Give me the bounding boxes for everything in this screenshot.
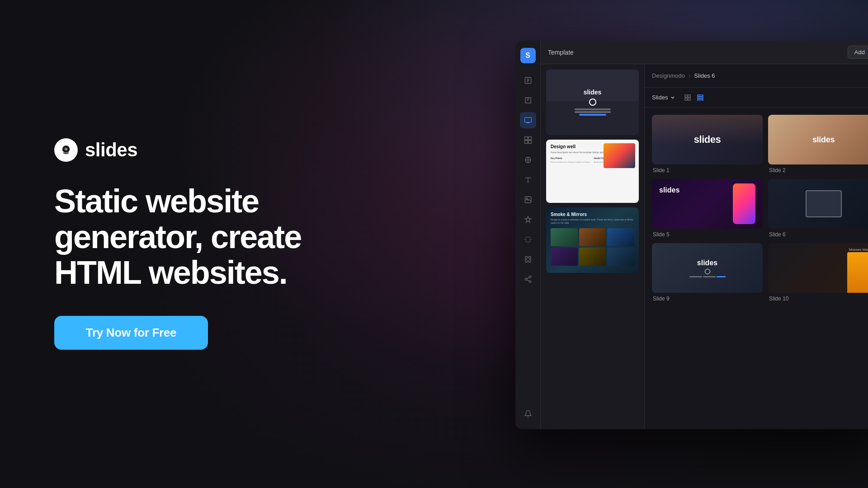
sidebar-icon-text[interactable] — [520, 172, 536, 188]
sidebar-icon-files[interactable] — [520, 72, 536, 89]
slides-panel: Designmodo › Slides 6 Slides — [645, 64, 868, 429]
slides-toolbar: Slides — [645, 88, 868, 108]
svg-rect-5 — [528, 137, 531, 140]
sidebar-icon-monitor[interactable] — [520, 112, 536, 128]
slide-label-10: Slide 10 — [768, 296, 868, 302]
svg-point-11 — [529, 276, 531, 278]
template-thumb-1[interactable]: slides — [546, 70, 639, 135]
sidebar-icon-shapes[interactable] — [520, 152, 536, 168]
svg-rect-6 — [524, 141, 528, 144]
svg-rect-17 — [688, 98, 690, 100]
view-grid-btn[interactable] — [695, 92, 706, 103]
breadcrumb: Designmodo › Slides 6 — [652, 72, 715, 79]
app-mockup: S — [515, 41, 868, 429]
sidebar-icon-puzzle[interactable] — [520, 251, 536, 267]
sidebar-icon-fill[interactable] — [520, 211, 536, 228]
sidebar-icon-settings[interactable] — [520, 231, 536, 248]
logo-area: slides — [54, 138, 348, 162]
svg-point-12 — [525, 278, 527, 281]
slide-label-9: Slide 9 — [652, 296, 763, 302]
hero-section: slides Static website generator, create … — [54, 0, 348, 488]
app-header: Template Add — [541, 41, 868, 64]
slide-item-5[interactable]: slides Slide 5 — [652, 179, 763, 238]
hero-headline: Static website generator, create HTML we… — [54, 183, 348, 291]
cta-button[interactable]: Try Now for Free — [54, 316, 208, 350]
add-button[interactable]: Add — [848, 46, 868, 59]
svg-point-1 — [65, 148, 67, 150]
svg-rect-19 — [698, 97, 703, 99]
slides-dropdown[interactable]: Slides — [652, 94, 675, 101]
svg-point-13 — [529, 281, 531, 283]
app-main: Template Add slides — [541, 41, 868, 429]
slides-header: Designmodo › Slides 6 — [645, 64, 868, 88]
slide-label-6: Slide 6 — [768, 231, 868, 238]
sidebar-icon-image[interactable] — [520, 192, 536, 208]
svg-rect-7 — [528, 141, 531, 144]
brand-name: slides — [85, 139, 137, 161]
templates-panel: slides Design well Some description text… — [541, 64, 645, 429]
view-toggle — [682, 92, 706, 103]
template-thumb-2[interactable]: Design well Some description text about … — [546, 140, 639, 203]
slide-item-6[interactable]: Slide 6 — [768, 179, 868, 238]
slide-item-2[interactable]: slides Slide 2 — [768, 115, 868, 174]
svg-rect-15 — [688, 95, 690, 97]
svg-rect-14 — [685, 95, 687, 97]
slide-item-9[interactable]: slides Slide 9 — [652, 243, 763, 302]
app-sidebar: S — [515, 41, 541, 429]
sidebar-logo: S — [520, 48, 536, 63]
slide-item-1[interactable]: slides Slide 1 — [652, 115, 763, 174]
view-list-btn[interactable] — [682, 92, 693, 103]
header-template-label: Template — [548, 49, 574, 56]
svg-rect-16 — [685, 98, 687, 100]
sidebar-icon-bell[interactable] — [520, 406, 536, 422]
svg-rect-3 — [524, 117, 531, 122]
logo-icon — [54, 138, 78, 162]
slide-label-1: Slide 1 — [652, 167, 763, 174]
template-thumb-3[interactable]: Smoke & Mirrors Design to create a colle… — [546, 207, 639, 273]
panels: slides Design well Some description text… — [541, 64, 868, 429]
slide-label-2: Slide 2 — [768, 167, 868, 174]
svg-rect-4 — [524, 137, 528, 140]
sidebar-icon-components[interactable] — [520, 132, 536, 148]
slide-item-10[interactable]: Mosses Make... Slide 10 — [768, 243, 868, 302]
svg-rect-18 — [698, 95, 703, 96]
svg-rect-20 — [698, 99, 703, 101]
slide-label-5: Slide 5 — [652, 231, 763, 238]
sidebar-icon-share[interactable] — [520, 271, 536, 287]
slides-grid: slides Slide 1 slides Slide 2 — [645, 108, 868, 429]
sidebar-icon-page[interactable] — [520, 92, 536, 108]
